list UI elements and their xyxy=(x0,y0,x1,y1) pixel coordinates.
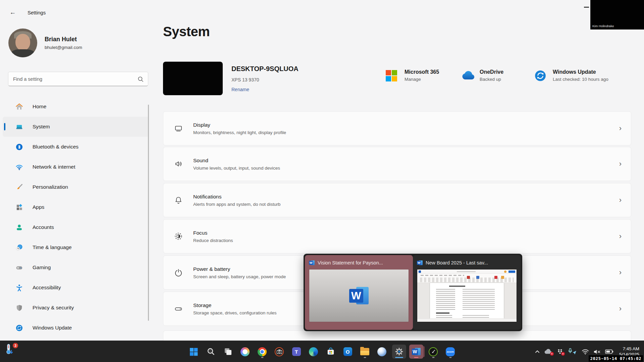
edge-button[interactable] xyxy=(307,345,321,359)
sidebar-item-bluetooth-devices[interactable]: Bluetooth & devices xyxy=(3,137,149,157)
minimize-icon[interactable] xyxy=(584,7,589,8)
gaming-icon xyxy=(15,264,23,272)
dropbox-error-icon[interactable]: × xyxy=(557,349,564,355)
sidebar-item-time-language[interactable]: Time & language xyxy=(3,237,149,257)
search-box[interactable] xyxy=(8,72,148,86)
settings-titlebar: ← Settings xyxy=(0,0,644,21)
mic-location-icon[interactable] xyxy=(568,348,577,355)
running-indicator xyxy=(449,357,451,358)
display-icon xyxy=(174,124,183,133)
clock-time: 7:45 AM xyxy=(619,346,639,352)
preview-title: Vision Statement for Payson... xyxy=(318,260,383,265)
preview-thumbnail[interactable] xyxy=(417,269,517,322)
folder-icon xyxy=(360,348,369,355)
settings-card-partial[interactable] xyxy=(163,330,631,342)
sidebar-item-network-internet[interactable]: Network & internet xyxy=(3,157,149,177)
account-profile[interactable]: Brian Hulet bhulet@gmail.com xyxy=(8,28,82,57)
teams-icon: T xyxy=(292,347,301,356)
desktop: ← Settings Brian Hulet bhulet@gmail.com … xyxy=(0,0,644,362)
sidebar-item-personalization[interactable]: Personalization xyxy=(3,177,149,197)
battery-icon[interactable] xyxy=(605,349,613,354)
windows-update-icon xyxy=(534,69,549,82)
accessibility-icon xyxy=(15,284,23,292)
outlook-icon: O xyxy=(343,347,352,356)
word-icon: W xyxy=(309,260,315,266)
globe-sphere-icon xyxy=(377,347,386,356)
sidebar-item-accessibility[interactable]: Accessibility xyxy=(3,278,149,298)
device-thumbnail xyxy=(163,62,223,95)
running-indicator xyxy=(364,357,366,358)
coreldraw-button[interactable] xyxy=(426,345,440,359)
tray-chevron-up-icon[interactable] xyxy=(535,349,540,354)
running-indicator xyxy=(261,357,263,358)
settings-button[interactable] xyxy=(392,345,406,359)
participant-name: Kim Holindrake xyxy=(592,24,614,28)
service-windows-update[interactable]: Windows Update Last checked: 10 hours ag… xyxy=(534,69,608,82)
microsoft-store-button[interactable] xyxy=(324,345,338,359)
word-preview-new-board[interactable]: W New Board 2025 - Last sav... xyxy=(413,255,521,330)
chevron-right-icon: › xyxy=(619,269,623,276)
chrome-button[interactable] xyxy=(255,345,269,359)
chevron-right-icon: › xyxy=(619,233,623,240)
pen-icon xyxy=(429,347,438,356)
settings-card-sound[interactable]: SoundVolume levels, output, input, sound… xyxy=(163,147,631,181)
settings-card-notifications[interactable]: NotificationsAlerts from apps and system… xyxy=(163,183,631,217)
time-language-icon xyxy=(15,244,23,251)
teams-button[interactable]: T xyxy=(289,345,304,359)
personalization-icon xyxy=(15,183,23,191)
copilot-button[interactable] xyxy=(238,345,252,359)
user-name: Brian Hulet xyxy=(45,36,82,43)
sidebar-item-accounts[interactable]: Accounts xyxy=(3,217,149,237)
chrome-icon xyxy=(258,347,267,356)
search-icon xyxy=(207,347,215,356)
sidebar-scrollbar[interactable] xyxy=(148,105,149,321)
sidebar-item-privacy-security[interactable]: Privacy & security xyxy=(3,298,149,318)
earth-app-button[interactable] xyxy=(375,345,389,359)
chevron-right-icon: › xyxy=(619,196,623,204)
running-indicator xyxy=(432,357,434,358)
network-icon xyxy=(15,163,23,171)
wifi-icon[interactable] xyxy=(582,349,589,355)
sidebar-item-apps[interactable]: Apps xyxy=(3,197,149,217)
search-button[interactable] xyxy=(204,345,218,359)
selected-accent-bar xyxy=(4,123,5,130)
word-icon: W xyxy=(417,260,423,266)
task-view-button[interactable] xyxy=(221,345,235,359)
window-title: Settings xyxy=(28,10,46,15)
file-explorer-button[interactable] xyxy=(358,345,372,359)
rename-link[interactable]: Rename xyxy=(231,87,249,92)
chevron-right-icon: › xyxy=(619,160,623,168)
sidebar-item-system[interactable]: System xyxy=(3,117,149,137)
search-input[interactable] xyxy=(13,76,137,82)
gear-icon xyxy=(395,347,404,356)
service-microsoft-365[interactable]: Microsoft 365 Manage xyxy=(386,69,439,82)
camera-icon xyxy=(275,347,284,356)
page-title: System xyxy=(163,24,210,39)
zoom-button[interactable]: zoom xyxy=(443,345,458,359)
system-icon xyxy=(15,123,23,131)
sidebar-item-gaming[interactable]: Gaming xyxy=(3,257,149,278)
back-button[interactable]: ← xyxy=(8,8,17,17)
sidebar-item-windows-update[interactable]: Windows Update xyxy=(3,318,149,338)
word-preview-vision-statement[interactable]: W Vision Statement for Payson... W xyxy=(305,255,413,330)
bluetooth-icon xyxy=(15,143,23,151)
onedrive-error-icon[interactable]: × xyxy=(544,349,552,355)
sidebar-item-home[interactable]: Home xyxy=(3,97,149,117)
device-model: XPS 13 9370 xyxy=(231,77,259,82)
volume-muted-icon[interactable] xyxy=(593,349,601,355)
active-indicator xyxy=(414,357,418,358)
task-view-icon xyxy=(224,347,232,356)
service-onedrive[interactable]: OneDrive Backed up xyxy=(461,69,503,82)
settings-card-focus[interactable]: FocusReduce distractions › xyxy=(163,219,631,253)
word-button[interactable]: W xyxy=(409,345,423,359)
settings-card-display[interactable]: DisplayMonitors, brightness, night light… xyxy=(163,111,631,145)
preview-thumbnail[interactable]: W xyxy=(309,269,409,322)
copilot-icon xyxy=(240,347,250,356)
start-button[interactable] xyxy=(187,345,201,359)
sidebar-nav: Home System Bluetooth & devices Network … xyxy=(3,97,149,338)
microsoft-365-icon xyxy=(386,69,400,82)
accounts-icon xyxy=(15,224,23,231)
screen-recorder-button[interactable] xyxy=(272,345,286,359)
chevron-right-icon: › xyxy=(619,125,623,132)
outlook-button[interactable]: O xyxy=(341,345,355,359)
